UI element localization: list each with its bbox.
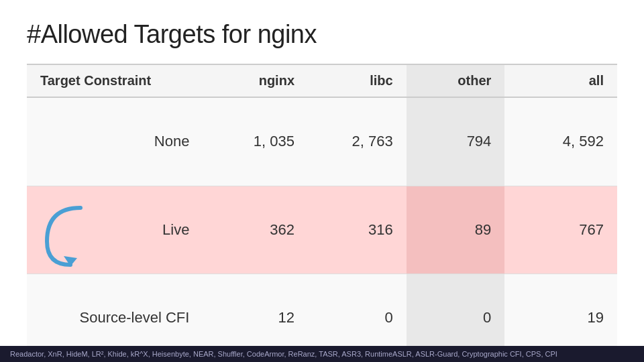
cell-constraint: None bbox=[27, 97, 209, 186]
data-table: Target Constraint nginx libc other all N… bbox=[27, 64, 617, 362]
table-header-row: Target Constraint nginx libc other all bbox=[27, 64, 617, 97]
cell-all: 767 bbox=[504, 186, 617, 274]
cell-nginx: 1, 035 bbox=[209, 97, 308, 186]
cell-other: 89 bbox=[407, 186, 505, 274]
table-row: None1, 0352, 7637944, 592 bbox=[27, 97, 617, 186]
col-header-other: other bbox=[407, 64, 505, 97]
col-header-libc: libc bbox=[308, 64, 407, 97]
cell-libc: 2, 763 bbox=[308, 97, 407, 186]
cell-nginx: 362 bbox=[209, 186, 308, 274]
cell-all: 4, 592 bbox=[504, 97, 617, 186]
table-row: Live36231689767 bbox=[27, 186, 617, 274]
cell-libc: 316 bbox=[308, 186, 407, 274]
cell-other: 794 bbox=[407, 97, 505, 186]
col-header-nginx: nginx bbox=[209, 64, 308, 97]
arrow-icon bbox=[40, 201, 94, 268]
page-title: #Allowed Targets for nginx bbox=[27, 20, 617, 49]
col-header-all: all bbox=[504, 64, 617, 97]
col-header-constraint: Target Constraint bbox=[27, 64, 209, 97]
footer-text: Readactor, XnR, HideM, LR², Khide, kR^X,… bbox=[0, 346, 644, 362]
table-body: None1, 0352, 7637944, 592Live36231689767… bbox=[27, 97, 617, 362]
page-container: #Allowed Targets for nginx Target Constr… bbox=[0, 0, 644, 362]
